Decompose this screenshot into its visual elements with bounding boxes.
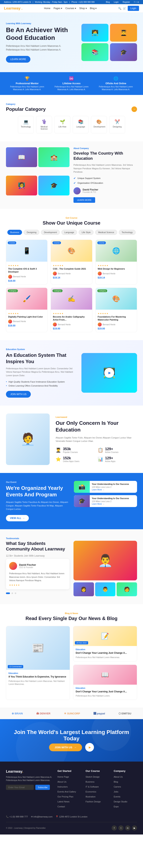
- social-facebook[interactable]: f: [112, 826, 117, 831]
- tab-medical[interactable]: Medical Science: [95, 230, 117, 235]
- about-section: 📖 🏫 👩‍🏫 🎓 About Company Develop The Coun…: [0, 141, 143, 209]
- play-button[interactable]: [104, 368, 114, 378]
- concern-image: 🧑‍💼: [6, 413, 50, 465]
- footer-link-company-about[interactable]: About Us: [114, 776, 122, 778]
- feature-mentor-desc: Pellentesque Arcu Nisl Habitant Lorem Ma…: [6, 86, 48, 91]
- nav-dot-3[interactable]: [15, 592, 16, 594]
- events-description: Aliquam Sagittis Tortor Faucibus Ac Aliq…: [6, 500, 69, 511]
- newsletter-input[interactable]: [6, 785, 34, 790]
- feature-mentor: 🏆 Professional Mentor Pellentesque Arcu …: [6, 76, 48, 91]
- hero-image-2: 👨‍🎓: [110, 24, 137, 42]
- edu-cta-button[interactable]: JOIN WITH US: [6, 391, 31, 398]
- about-learn-more-button[interactable]: LEARN MORE: [74, 197, 95, 203]
- footer-link-pricing[interactable]: Our Pricing Plan: [57, 796, 73, 798]
- social-twitter[interactable]: t: [118, 826, 123, 831]
- category-designing[interactable]: ✂️ Designing: [109, 116, 125, 133]
- feature-lifetime-title: Lifetime Access: [50, 82, 92, 85]
- testimonial-thumbnails: 👩 👨 🧑: [74, 582, 137, 596]
- footer-link-economics[interactable]: Economics: [86, 790, 96, 793]
- stat-courses: 👨‍🎓 353k Popular Courses: [56, 447, 95, 453]
- nav-dot-1[interactable]: [6, 592, 10, 594]
- tab-development[interactable]: Development: [41, 230, 60, 235]
- category-medical[interactable]: ⚕️ Medical Science: [36, 116, 52, 133]
- news-card-3: 📖 Education Don't Change Your Learning J…: [73, 664, 137, 700]
- instagram-icon[interactable]: in: [138, 1, 139, 3]
- view-all-button[interactable]: VIEW ALL →: [6, 515, 29, 521]
- footer-link-instructors[interactable]: Instructors: [57, 785, 67, 788]
- footer-address: 📍 1299-4872 Lestick St London: [56, 815, 87, 818]
- hero-cta-button[interactable]: LEARN MORE: [6, 56, 30, 63]
- course-thumb-1: Course 📱: [6, 240, 47, 262]
- footer-link-fashion[interactable]: Fashion Design: [86, 800, 101, 803]
- courses-stat-icon: 👨‍🎓: [56, 447, 61, 453]
- tab-business[interactable]: Business: [7, 230, 22, 235]
- footer-link-expo[interactable]: Expo: [114, 805, 119, 808]
- footer-grid: Learnway. Pellentesque Arcu Nisl Habitan…: [6, 770, 137, 809]
- footer-link-company-events[interactable]: Events: [114, 796, 120, 798]
- lifetime-icon: ♾️: [50, 76, 92, 81]
- social-instagram[interactable]: in: [125, 826, 130, 831]
- social-youtube[interactable]: ▶: [132, 826, 137, 831]
- testimonial-author: David Fischer CEO & Founder: [9, 562, 66, 570]
- courses-header: Get Course Show Our Unique Course: [6, 217, 137, 226]
- footer-link-home[interactable]: Home Page: [57, 776, 69, 778]
- category-life[interactable]: 🌱 Life-How: [54, 116, 70, 133]
- tab-designing[interactable]: Designing: [24, 230, 39, 235]
- founder-role: Founder At TCI: [83, 191, 98, 193]
- instructor-avatar-2: [53, 272, 57, 276]
- news-category-2: Education: [76, 648, 135, 651]
- life-label: Life-How: [57, 126, 68, 128]
- cart-icon[interactable]: 🛒: [123, 7, 126, 10]
- cta-play-button[interactable]: [85, 743, 94, 752]
- designing-label: Designing: [112, 126, 122, 128]
- testimonial-card: David Fischer CEO & Founder Pellentesque…: [6, 559, 69, 589]
- category-development[interactable]: 🎨 Development: [91, 116, 107, 133]
- course-info-3: ★★★★★ Web Design for Beginners Bernard H…: [96, 262, 137, 281]
- footer-link-careers[interactable]: Carrers: [114, 785, 121, 788]
- edu-description: Pellentesque Arcu Nisl Habitant Lorem Ip…: [6, 367, 77, 377]
- nav-courses[interactable]: Courses ▾: [65, 7, 76, 10]
- footer-link-contact[interactable]: Contact: [57, 805, 65, 808]
- register-link[interactable]: Register: [122, 1, 130, 3]
- search-icon[interactable]: 🔍: [118, 7, 121, 10]
- news-title-3: Don't Change Your Learning Just Change A…: [76, 690, 135, 693]
- blog-link[interactable]: Blog: [106, 1, 110, 3]
- twitter-icon[interactable]: t: [136, 1, 136, 3]
- footer-col-company: Company About Us Blog Carrers Jobs Event…: [114, 770, 137, 809]
- tab-technology[interactable]: Technology: [119, 230, 136, 235]
- tab-language[interactable]: Language: [61, 230, 77, 235]
- login-button[interactable]: Login: [128, 6, 139, 11]
- nav-shop[interactable]: Shop ▾: [79, 7, 87, 10]
- category-technology[interactable]: 💻 Technology: [18, 116, 34, 133]
- footer-link-business[interactable]: Business: [86, 781, 94, 783]
- footer-link-about[interactable]: About Us: [57, 781, 66, 783]
- course-card-3: Course 🌐 ★★★★★ Web Design for Beginners …: [95, 240, 137, 284]
- footer-link-it[interactable]: IT & Software: [86, 785, 99, 788]
- footer-email: ✉ info@learnway.com: [31, 815, 52, 818]
- tab-lifestyle[interactable]: Life Style: [79, 230, 93, 235]
- footer-link-illustration[interactable]: Illustration: [86, 796, 95, 798]
- edu-features: High Quality Students Face Irrelevance E…: [6, 380, 77, 387]
- category-language[interactable]: 📚 Language: [73, 116, 89, 133]
- footer-link-design-studio[interactable]: Design Studio: [114, 800, 127, 803]
- newsletter-button[interactable]: Subscribe: [35, 785, 50, 790]
- footer: Learnway. Pellentesque Arcu Nisl Habitan…: [0, 762, 143, 835]
- stat-active: 📋 129+ Active Courses: [98, 447, 137, 453]
- course-rating-2: ★★★★★: [53, 265, 90, 267]
- footer-link-sketch[interactable]: Sketch Design: [86, 776, 100, 778]
- nav-blog[interactable]: Blog ▾: [90, 7, 96, 10]
- footer-link-blog[interactable]: Blog: [114, 781, 118, 783]
- footer-link-events[interactable]: Events And Gallery: [57, 790, 76, 793]
- facebook-icon[interactable]: f: [134, 1, 135, 3]
- login-link[interactable]: Login: [114, 1, 119, 3]
- news-title-1: If You Think Education Is Expensive, Try…: [8, 675, 67, 679]
- footer-link-news[interactable]: Latest News: [57, 800, 69, 803]
- partners-list: ⊕ BRAIN 🏔 DENVER ☀ SUNCORP 🅿 paypal ⬡ EM…: [6, 712, 137, 715]
- nav-home[interactable]: Home: [44, 7, 51, 10]
- news-category-3: Education: [76, 687, 135, 689]
- categories-arrow-button[interactable]: →: [132, 106, 137, 112]
- nav-dot-2[interactable]: [11, 592, 13, 594]
- nav-pages[interactable]: Pages ▾: [54, 7, 62, 10]
- footer-link-jobs[interactable]: Jobs: [114, 790, 118, 793]
- concern-content: Learnwand Our Only Concern Is Your Educa…: [56, 416, 137, 462]
